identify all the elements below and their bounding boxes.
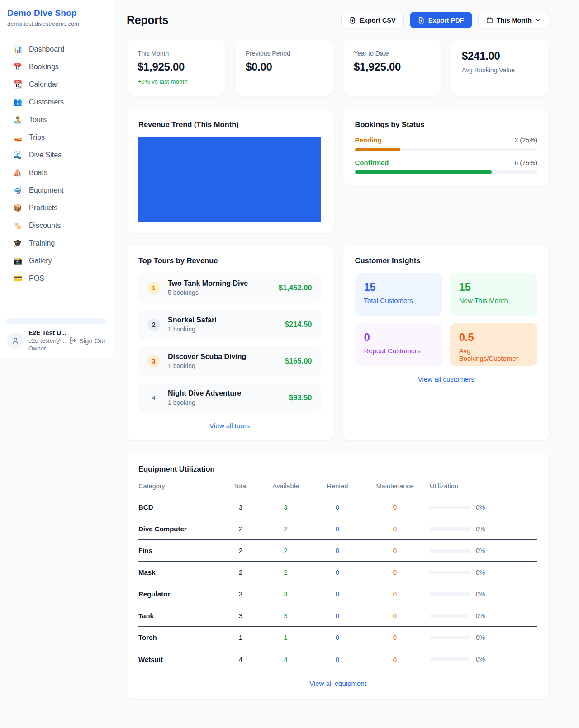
utilization-bar — [430, 657, 470, 661]
sidebar-item-label: Tours — [29, 116, 47, 124]
cell-rented: 0 — [315, 547, 360, 554]
export-pdf-button[interactable]: Export PDF — [410, 12, 472, 28]
sidebar-item-training[interactable]: 🎓 Training — [5, 234, 108, 252]
list-item: 2 Snorkel Safari 1 booking $214.50 — [138, 310, 321, 339]
sidebar-item-tours[interactable]: 🏝️ Tours — [5, 111, 108, 128]
cell-rented: 0 — [315, 525, 360, 533]
sign-out-button[interactable]: Sign Out — [69, 337, 105, 345]
sidebar-item-trips[interactable]: 🚤 Trips — [5, 128, 108, 146]
sidebar-item-calendar[interactable]: 📆 Calendar — [5, 76, 108, 93]
cell-available: 2 — [262, 525, 309, 533]
cell-total: 2 — [225, 568, 256, 576]
utilization-text: 0% — [476, 504, 485, 511]
cell-category: Dive Computer — [138, 525, 219, 533]
sidebar-item-reports-partial[interactable] — [5, 318, 107, 324]
sidebar: Demo Dive Shop demo.test.divestreams.com… — [0, 0, 113, 358]
cell-total: 4 — [225, 656, 256, 663]
cell-maintenance: 0 — [365, 656, 424, 663]
tour-bookings: 1 booking — [168, 326, 217, 333]
brand-block: Demo Dive Shop demo.test.divestreams.com — [0, 0, 113, 34]
file-download-icon — [349, 17, 356, 24]
page-header: Reports Export CSV Export PDF This Month — [127, 12, 549, 28]
status-value: 2 (25%) — [514, 137, 537, 144]
progress-track — [355, 170, 538, 174]
cell-utilization: 0% — [430, 569, 537, 576]
stat-card-year-to-date: Year to Date $1,925.00 — [343, 40, 441, 96]
rank-badge: 4 — [147, 392, 160, 404]
table-row: Wetsuit 4 4 0 0 0% — [138, 648, 537, 670]
utilization-bar — [430, 592, 470, 596]
cell-utilization: 0% — [430, 525, 537, 533]
logout-icon — [69, 337, 76, 344]
main-content: Reports Export CSV Export PDF This Month — [113, 0, 579, 717]
sidebar-item-pos[interactable]: 💳 POS — [5, 269, 108, 287]
sidebar-item-label: Bookings — [29, 63, 59, 71]
insight-value: 15 — [364, 281, 433, 293]
chevron-down-icon — [535, 17, 541, 23]
sidebar-item-label: Discounts — [29, 222, 61, 230]
view-all-customers-link[interactable]: View all customers — [355, 375, 538, 383]
avatar — [7, 332, 24, 349]
list-item: 3 Discover Scuba Diving 1 booking $165.0… — [138, 346, 321, 376]
cell-rented: 0 — [315, 656, 360, 663]
utilization-text: 0% — [476, 612, 485, 619]
stat-label: This Month — [138, 50, 214, 57]
insight-label: Avg Bookings/Customer — [459, 347, 528, 362]
utilization-text: 0% — [476, 634, 485, 641]
tour-amount: $214.50 — [285, 320, 312, 329]
view-all-equipment-link[interactable]: View all equipment — [138, 680, 537, 687]
sidebar-item-label: Dashboard — [29, 45, 64, 53]
utilization-text: 0% — [476, 525, 485, 533]
cell-category: Tank — [138, 612, 219, 619]
status-value: 6 (75%) — [514, 159, 537, 166]
col-available: Available — [262, 482, 309, 490]
cell-category: BCD — [138, 503, 219, 511]
cell-utilization: 0% — [430, 656, 537, 663]
col-category: Category — [138, 482, 219, 490]
cell-utilization: 0% — [430, 612, 537, 619]
cell-rented: 0 — [315, 633, 360, 641]
cell-maintenance: 0 — [365, 568, 424, 576]
sidebar-item-discounts[interactable]: 🏷️ Discounts — [5, 217, 108, 234]
cell-available: 3 — [262, 590, 309, 598]
equipment-utilization-title: Equipment Utilization — [138, 465, 537, 473]
view-all-tours-link[interactable]: View all tours — [138, 422, 321, 430]
tour-amount: $93.50 — [289, 393, 312, 402]
status-rows: Pending 2 (25%) Confirmed 6 (75%) — [355, 136, 538, 174]
table-row: Torch 1 1 0 0 0% — [138, 627, 537, 648]
sidebar-item-gallery[interactable]: 📸 Gallery — [5, 252, 108, 269]
sidebar-item-bookings[interactable]: 📅 Bookings — [5, 58, 108, 76]
sidebar-item-products[interactable]: 📦 Products — [5, 199, 108, 217]
sidebar-item-dive-sites[interactable]: 🌊 Dive Sites — [5, 146, 108, 164]
cell-available: 1 — [262, 633, 309, 641]
col-rented: Rented — [315, 482, 360, 490]
user-email: e2e-tester@... — [28, 337, 64, 344]
cell-utilization: 0% — [430, 591, 537, 598]
export-csv-button[interactable]: Export CSV — [341, 12, 404, 28]
status-row-pending: Pending 2 (25%) — [355, 136, 538, 151]
tour-name: Two Tank Morning Dive — [168, 279, 248, 288]
tag-icon: 🏷️ — [13, 221, 23, 230]
cell-total: 3 — [225, 503, 256, 511]
insight-tile-avg-bookings: 0.5 Avg Bookings/Customer — [450, 323, 537, 366]
camera-icon: 📸 — [13, 256, 23, 265]
sidebar-item-label: Trips — [29, 133, 45, 142]
stat-delta: +0% vs last month — [138, 78, 214, 85]
utilization-bar — [430, 614, 470, 618]
sidebar-item-dashboard[interactable]: 📊 Dashboard — [5, 40, 108, 58]
period-select[interactable]: This Month — [478, 12, 549, 28]
sidebar-item-customers[interactable]: 👥 Customers — [5, 93, 108, 111]
sidebar-nav: 📊 Dashboard 📅 Bookings 📆 Calendar 👥 Cust… — [0, 34, 113, 324]
shop-name: Demo Dive Shop — [7, 8, 105, 18]
sidebar-item-boats[interactable]: ⛵ Boats — [5, 164, 108, 181]
customer-insights-title: Customer Insights — [355, 256, 538, 265]
sidebar-item-equipment[interactable]: 🤿 Equipment — [5, 181, 108, 199]
sidebar-item-label: POS — [29, 274, 44, 283]
user-footer: E2E Test U... e2e-tester@... Owner Sign … — [0, 324, 113, 358]
col-total: Total — [225, 482, 256, 490]
tour-bookings: 1 booking — [168, 399, 241, 406]
sailboat-icon: ⛵ — [13, 168, 23, 177]
shop-domain: demo.test.divestreams.com — [7, 20, 105, 27]
sidebar-item-label: Training — [29, 239, 55, 247]
revenue-trend-title: Revenue Trend (This Month) — [138, 120, 321, 129]
